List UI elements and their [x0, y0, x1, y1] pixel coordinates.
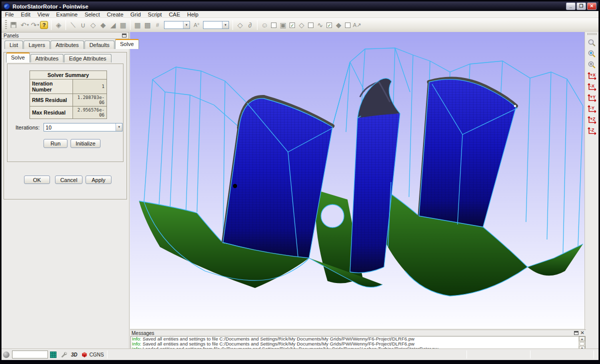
unstructured-grid-icon[interactable]: ▩ [142, 20, 152, 30]
view-minus-z-button[interactable]: -Z [586, 126, 598, 136]
structured-grid-icon[interactable]: ▦ [132, 20, 142, 30]
dimension-combo[interactable]: ▼ [164, 21, 190, 29]
tab-defaults[interactable]: Defaults [84, 40, 114, 49]
dimension-combo-input[interactable] [164, 22, 183, 28]
spacing-icon[interactable]: A° [192, 20, 202, 30]
view-minus-x-button[interactable]: -X [586, 82, 598, 92]
svg-text:-Y: -Y [590, 106, 594, 110]
restore-button[interactable]: ❐ [576, 2, 586, 10]
menu-view[interactable]: View [34, 12, 53, 18]
flat-domain-icon[interactable]: ◇ [296, 20, 306, 30]
tab-solve[interactable]: Solve [115, 39, 139, 49]
show-blocks-checkbox[interactable] [271, 22, 276, 28]
menu-cae[interactable]: CAE [166, 12, 184, 18]
solve-tab-pane: Solver Summary Iteration Number 1 RMS Re… [7, 64, 124, 162]
iteration-number-label: Iteration Number [30, 80, 73, 94]
examine-zoom-icon[interactable] [586, 38, 598, 48]
iterations-input[interactable] [44, 124, 116, 131]
show-spacings-checkbox[interactable] [345, 22, 350, 28]
messages-close-icon[interactable]: ✕ [580, 331, 584, 335]
status-bar: 3D CGNS [2, 348, 598, 360]
menu-create[interactable]: Create [104, 12, 127, 18]
svg-text:+X: +X [590, 72, 596, 78]
selected-point-marker[interactable] [233, 184, 237, 188]
view-minus-y-button[interactable]: -Y [586, 104, 598, 114]
domain-icon[interactable]: ◇ [88, 20, 98, 30]
solve-tab-row: Solve Attributes Edge Attributes [4, 52, 126, 62]
save-icon[interactable] [8, 20, 18, 30]
status-separator [466, 350, 467, 358]
title-bar[interactable]: RotorStatorRotor - Pointwise _ ❐ ✕ [2, 2, 598, 11]
main-toolbar: ↶ ▾ ↷ ▾ ? ◈ ⟍ ∪ ◇ ◆ ◢ ▦ ▦ ▩ # ▼ A° ▼ ◇ ∂… [2, 18, 598, 32]
panels-tab-row: List Layers Attributes Defaults Solve [2, 39, 129, 49]
view-toolbar-drag-handle[interactable] [588, 33, 596, 35]
messages-header[interactable]: Messages ✕ [130, 330, 586, 336]
tab-attributes-inner[interactable]: Attributes [30, 54, 64, 62]
help-icon[interactable]: ? [39, 20, 49, 30]
messages-title: Messages [132, 330, 154, 336]
initialize-button[interactable]: Initialize [70, 139, 100, 148]
connector-icon[interactable]: ⟍ [68, 20, 78, 30]
ok-button[interactable]: OK [24, 176, 50, 184]
zoom-extents-icon[interactable] [586, 48, 598, 58]
annotation-icon[interactable]: A↗ [352, 20, 362, 30]
menu-script[interactable]: Script [144, 12, 166, 18]
menu-select[interactable]: Select [81, 12, 104, 18]
status-separator [530, 350, 530, 358]
view-plus-x-button[interactable]: +X [586, 70, 598, 80]
show-domains-checkbox[interactable]: ✓ [290, 22, 295, 28]
tab-edge-attributes[interactable]: Edge Attributes [64, 54, 112, 62]
mask-icon[interactable]: ☺ [260, 20, 270, 30]
scroll-up-icon[interactable]: ▲ [579, 336, 585, 342]
spacing-combo-arrow-icon[interactable]: ▼ [222, 22, 228, 28]
minimize-button[interactable]: _ [566, 2, 576, 10]
iterations-combo[interactable]: ▼ [44, 123, 122, 132]
menu-grid[interactable]: Grid [127, 12, 144, 18]
point-domain-icon[interactable]: ◆ [334, 20, 344, 30]
close-button[interactable]: ✕ [587, 2, 596, 10]
tab-attributes[interactable]: Attributes [50, 40, 84, 49]
spline-icon[interactable]: ∪ [78, 20, 88, 30]
tab-solve-inner[interactable]: Solve [6, 52, 30, 62]
run-button[interactable]: Run [44, 139, 68, 148]
show-database-checkbox[interactable]: ✓ [326, 22, 332, 28]
curve-icon[interactable]: ∿ [315, 20, 325, 30]
cancel-button[interactable]: Cancel [55, 176, 82, 184]
view-plus-y-button[interactable]: +Y [586, 92, 598, 102]
menu-file[interactable]: File [2, 12, 18, 18]
iterations-combo-arrow-icon[interactable]: ▼ [116, 124, 122, 131]
view-plus-z-button[interactable]: +Z [586, 114, 598, 124]
toolbar-separator [51, 20, 52, 30]
status-command-field[interactable] [12, 350, 48, 358]
zoom-selection-icon[interactable] [586, 60, 598, 70]
tab-list[interactable]: List [4, 40, 23, 49]
3d-viewport[interactable] [130, 32, 586, 328]
dimension-combo-arrow-icon[interactable]: ▼ [183, 22, 190, 28]
panels-float-icon[interactable] [122, 34, 126, 38]
messages-float-icon[interactable] [574, 331, 578, 335]
dimension-icon[interactable]: # [152, 20, 162, 30]
show-connectors-checkbox[interactable] [308, 22, 314, 28]
grid-type-icon [50, 352, 56, 358]
iterations-label: Iterations: [16, 124, 40, 130]
domain-mesh-icon[interactable]: ◆ [98, 20, 108, 30]
table-row: Iteration Number 1 [30, 80, 107, 94]
partial-derivative-icon[interactable]: ∂ [245, 20, 255, 30]
toolbar-drag-handle[interactable] [5, 20, 7, 30]
spacing-combo-input[interactable] [204, 22, 222, 28]
solve-domain-icon[interactable]: ◇ [235, 20, 245, 30]
menu-help[interactable]: Help [184, 12, 202, 18]
apply-button[interactable]: Apply [86, 176, 112, 184]
block-icon[interactable]: ▦ [118, 20, 128, 30]
table-row: RMS Residual 1.208703e-06 [30, 94, 107, 106]
tab-layers[interactable]: Layers [24, 40, 50, 49]
cube-icon[interactable]: ▣ [278, 20, 288, 30]
menu-examine[interactable]: Examine [52, 12, 81, 18]
scroll-thumb[interactable] [580, 342, 584, 346]
solver-summary-table: Solver Summary Iteration Number 1 RMS Re… [30, 70, 107, 119]
menu-edit[interactable]: Edit [18, 12, 34, 18]
extrude-icon[interactable]: ◢ [108, 20, 118, 30]
panels-header[interactable]: Panels [2, 32, 129, 39]
layer-stack-icon[interactable]: ◈ [54, 20, 64, 30]
spacing-combo[interactable]: ▼ [203, 21, 229, 29]
